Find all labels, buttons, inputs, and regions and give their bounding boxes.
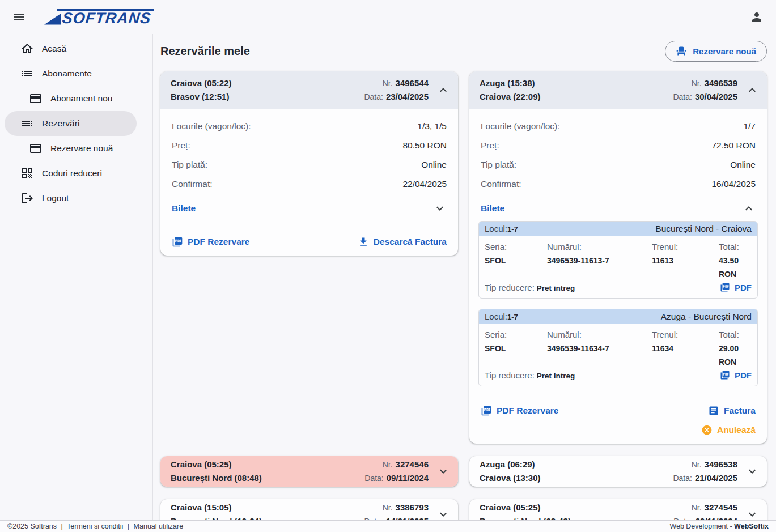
number-label: Numărul: [547,240,652,254]
tickets-label: Bilete [481,203,504,214]
date-label: Data: [364,474,383,483]
seats-value: 1/7 [743,121,756,131]
chevron-down-icon [433,202,447,215]
reservation-card-header[interactable]: Craiova (05:25) București Nord (08:48) N… [469,499,767,520]
reservation-card-header[interactable]: Azuga (15:38) Craiova (22:09) Nr.3496539… [469,71,767,109]
copyright-text: ©2025 Softrans [7,522,57,530]
pdf-reservation-link[interactable]: PDF Rezervare [172,236,249,248]
confirmed-value: 16/04/2025 [711,179,756,189]
new-reservation-button[interactable]: Rezervare nouă [665,41,767,62]
train-value: 11613 [652,254,719,281]
sidebar-item-abonamente[interactable]: Abonamente [5,61,137,86]
reservation-number: 3274546 [396,459,429,469]
credit-card-icon [29,142,43,155]
sidebar-item-label: Rezervare nouă [50,143,113,154]
payment-type-value: Online [421,160,447,170]
reservation-card-header[interactable]: Craiova (05:22) Brasov (12:51) Nr.349654… [160,71,458,109]
collapse-icon[interactable] [745,83,759,97]
pdf-reservation-link[interactable]: PDF Rezervare [481,405,558,416]
reservation-number: 3386793 [396,503,429,512]
top-bar: SOFTRANS [0,0,776,34]
terms-link[interactable]: Termeni si conditii [67,522,123,530]
series-value: SFOL [485,254,547,281]
price-value: 72.50 RON [711,141,756,151]
reservation-card-header[interactable]: Azuga (06:29) Craiova (13:30) Nr.3496538… [469,456,767,487]
sidebar-item-abonament-nou[interactable]: Abonament nou [5,86,137,111]
seat-icon [676,45,687,57]
seat-value: 1-7 [507,225,518,233]
expand-icon[interactable] [745,508,759,520]
payment-type-value: Online [730,160,756,170]
sidebar-item-rezervare-noua[interactable]: Rezervare nouă [5,136,137,161]
account-icon[interactable] [750,10,764,24]
ticket-route: București Nord - Craiova [655,224,752,234]
number-label: Numărul: [547,328,652,342]
toc-icon [20,117,34,130]
departure-station: Craiova (05:25) [171,458,364,471]
menu-icon[interactable] [12,10,26,24]
reservation-card: Craiova (05:22) Brasov (12:51) Nr.349654… [160,71,458,256]
series-label: Seria: [485,328,547,342]
logo-text: SOFTRANS [62,11,152,25]
invoice-icon [708,405,719,416]
sidebar-item-logout[interactable]: Logout [5,186,137,211]
departure-station: Craiova (05:22) [171,76,364,90]
discount-value: Pret intreg [537,284,575,292]
ticket-header: Locul:1-7 București Nord - Craiova [479,222,757,236]
logo-train-nose-icon [44,14,61,25]
tickets-toggle[interactable]: Bilete [172,196,447,221]
date-label: Data: [673,92,692,101]
cancel-reservation-link[interactable]: Anulează [701,424,756,436]
softrans-logo[interactable]: SOFTRANS [44,9,154,25]
expand-icon[interactable] [745,465,759,478]
discount-label: Tip reducere: [485,371,535,380]
logout-icon [20,191,34,205]
sidebar-item-coduri-reduceri[interactable]: Coduri reduceri [5,161,137,186]
download-invoice-link[interactable]: Descarcă Factura [358,236,447,248]
sidebar-item-label: Coduri reduceri [42,168,102,178]
reservation-card-header[interactable]: Craiova (15:05) București Nord (19:24) N… [160,499,458,520]
arrival-station: București Nord (19:24) [171,514,364,520]
page-footer: ©2025 Softrans | Termeni si conditii | M… [0,520,776,532]
ticket-pdf-link[interactable]: PDF [720,282,752,292]
reservation-number: 3496544 [396,78,429,88]
price-label: Preț: [172,141,190,151]
reservation-date: 09/11/2024 [696,516,737,520]
sidebar-item-acasa[interactable]: Acasă [5,36,137,61]
ticket-pdf-link[interactable]: PDF [720,370,752,380]
list-icon [20,67,34,80]
collapse-icon[interactable] [436,83,450,97]
sidebar: Acasă Abonamente Abonament nou Rezervări… [0,34,153,520]
nr-label: Nr. [383,460,393,469]
expand-icon[interactable] [436,465,450,478]
arrival-station: București Nord (08:48) [171,471,364,485]
ticket-route: Azuga - București Nord [661,312,752,322]
sidebar-item-label: Abonament nou [50,93,112,104]
series-value: SFOL [485,342,547,369]
new-reservation-label: Rezervare nouă [693,46,756,56]
reservation-number: 3496538 [705,459,737,469]
reservation-card-header[interactable]: Craiova (05:25) București Nord (08:48) N… [160,456,458,487]
date-label: Data: [364,92,383,101]
arrival-station: Craiova (22:09) [480,90,673,104]
invoice-link[interactable]: Factura [708,405,756,416]
departure-station: Azuga (06:29) [480,458,673,471]
confirmed-value: 22/04/2025 [402,179,447,189]
total-value: 43.50 RON [719,254,752,281]
reservation-card: Azuga (15:38) Craiova (22:09) Nr.3496539… [469,71,767,444]
payment-type-label: Tip plată: [481,160,516,170]
tickets-toggle[interactable]: Bilete [481,196,756,221]
download-icon [358,236,369,248]
main-content: Rezervările mele Rezervare nouă Craiova … [153,34,776,520]
manual-link[interactable]: Manual utilizare [134,522,184,530]
expand-icon[interactable] [436,508,450,520]
qr-code-icon [20,167,34,180]
train-value: 11634 [652,342,719,369]
chevron-up-icon [742,202,756,215]
websoftix-link[interactable]: WebSoftix [734,522,769,530]
pdf-icon [720,282,730,292]
sidebar-item-label: Logout [42,193,69,203]
departure-station: Craiova (05:25) [480,501,673,514]
sidebar-item-rezervari[interactable]: Rezervări [5,111,137,136]
number-value: 3496539-11634-7 [547,342,652,369]
